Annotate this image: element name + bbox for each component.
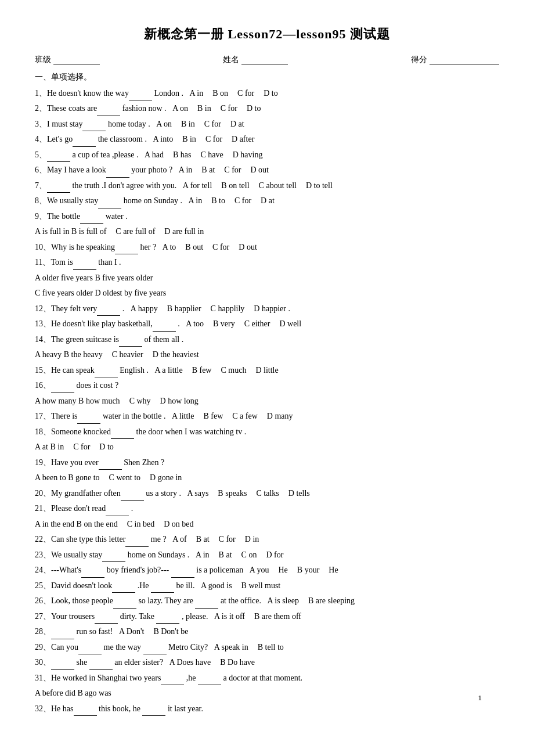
- option: C a few: [232, 409, 258, 424]
- option: C for: [237, 87, 254, 101]
- option: C for: [224, 163, 241, 178]
- answer-blank2: [156, 614, 179, 624]
- q-rest: .: [176, 319, 182, 328]
- question-item: 20、My grandfather often us a story . A s…: [35, 487, 499, 501]
- answer-blank: [102, 553, 125, 562]
- answer-blank: [129, 91, 152, 100]
- answer-blank2: [195, 599, 218, 609]
- q-text: Why is he speaking: [51, 243, 115, 251]
- q-prefix: 13、: [35, 319, 51, 328]
- q-prefix: 21、: [35, 504, 51, 513]
- q-prefix: 27、: [35, 612, 51, 621]
- name-underline: [241, 55, 288, 64]
- option: C happlily: [211, 302, 245, 316]
- option: D out: [239, 240, 257, 255]
- option: A on: [172, 102, 188, 116]
- q-text: He worked in Shanghai two years: [51, 674, 161, 682]
- option: A on: [156, 117, 172, 132]
- option: B has: [173, 148, 192, 163]
- answer-blank: [106, 507, 129, 516]
- option: B out: [185, 240, 203, 255]
- class-underline: [53, 55, 100, 64]
- answer-blank: [115, 245, 138, 254]
- q-rest: me ?: [149, 535, 168, 543]
- option: D tells: [288, 487, 310, 501]
- answer-blank: [77, 415, 100, 424]
- q-rest: English .: [118, 366, 151, 375]
- q-prefix: 19、: [35, 458, 51, 467]
- option: D after: [232, 132, 254, 147]
- question-item: 11、Tom is than I .: [35, 255, 499, 270]
- q-text: Please don't read: [51, 504, 106, 513]
- q-text: The bottle: [47, 212, 80, 221]
- question-item: A is full in B is full ofC are full ofD …: [35, 225, 499, 239]
- q-rest: your photo ?: [129, 165, 175, 174]
- q-text: Can she type this letter: [51, 535, 125, 543]
- answer-blank: [82, 122, 106, 131]
- q-prefix: 4、: [35, 135, 47, 143]
- answer-blank2: [143, 645, 167, 654]
- q-text: They felt very: [51, 304, 97, 313]
- option: B in: [182, 132, 196, 147]
- answer-blank: [47, 153, 70, 162]
- option: B your: [297, 563, 320, 578]
- option: B on: [212, 87, 228, 101]
- q-text: We usually stay: [47, 196, 98, 205]
- option: B gone to: [68, 471, 99, 485]
- class-label: 班级: [35, 53, 51, 67]
- q-rest: water .: [103, 212, 129, 221]
- q-rest2: is a policeman: [194, 566, 246, 574]
- q-text: There is: [51, 412, 77, 420]
- answer-blank: [121, 491, 144, 501]
- answer-blank: [99, 460, 122, 470]
- q-rest: .He: [135, 581, 151, 590]
- question-item: 13、He doesn't like play basketball, . A …: [35, 317, 499, 332]
- option: B to: [211, 194, 225, 208]
- q-rest2: a doctor at that moment.: [221, 674, 304, 682]
- q-rest2: Metro City?: [167, 643, 210, 651]
- q-text: A is full in B is full ofC are full ofD …: [35, 227, 213, 236]
- q-prefix: 18、: [35, 427, 51, 436]
- option: B well must: [241, 579, 281, 593]
- q-text: A older five years B five years older: [35, 273, 162, 282]
- q-rest: London .: [152, 89, 186, 98]
- option: D to: [99, 440, 114, 455]
- option: A is sleep: [268, 594, 299, 609]
- option: B in: [50, 440, 64, 455]
- option: He: [279, 563, 288, 578]
- q-text: A been to B gone toC went toD gone in: [35, 473, 191, 482]
- option: D for: [266, 548, 283, 563]
- option: D at: [230, 117, 244, 132]
- option: B very: [213, 317, 235, 332]
- option: D oldest by five years: [95, 286, 166, 301]
- question-item: 30、 she an elder sister? A Does haveB Do…: [35, 656, 499, 670]
- option: D many: [267, 409, 293, 424]
- question-item: 22、Can she type this letter me ? A ofB a…: [35, 532, 499, 547]
- question-item: 25、David doesn't look .He be ill. A good…: [35, 579, 499, 593]
- question-item: 18、Someone knocked the door when I was w…: [35, 425, 499, 440]
- q-prefix: 29、: [35, 643, 51, 651]
- q-prefix: 20、: [35, 489, 51, 498]
- q-text: He can speak: [51, 366, 95, 375]
- answer-blank2: [198, 676, 221, 685]
- answer-blank: [95, 368, 118, 377]
- question-item: 14、The green suitcase is of them all .: [35, 333, 499, 347]
- q-text: I must stay: [47, 120, 82, 128]
- question-item: 8、We usually stay home on Sunday . A inB…: [35, 194, 499, 208]
- answer-blank: [95, 614, 118, 624]
- answer-blank: [73, 138, 96, 147]
- option: A had: [145, 148, 164, 163]
- q-prefix: 10、: [35, 243, 51, 251]
- question-item: A in the end B on the endC in bedD on be…: [35, 517, 499, 532]
- option: B few: [192, 363, 212, 378]
- option: B five years older: [95, 271, 153, 286]
- option: A speak in: [214, 640, 248, 655]
- question-item: 29、Can you me the way Metro City? A spea…: [35, 640, 499, 655]
- option: B Do have: [220, 656, 255, 670]
- q-prefix: 3、: [35, 120, 47, 128]
- q-prefix: 12、: [35, 304, 51, 313]
- option: C for: [219, 532, 236, 547]
- option: C on: [241, 548, 257, 563]
- option: A little: [172, 409, 194, 424]
- option: B on tell: [221, 179, 249, 193]
